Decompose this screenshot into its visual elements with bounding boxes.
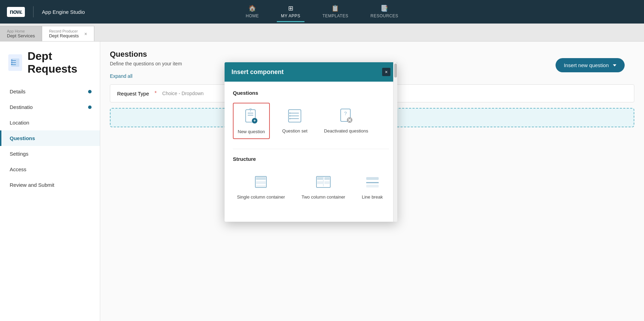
modal-divider [233, 149, 389, 149]
tab-record-producer-content: Record Producer Dept Requests [49, 29, 79, 38]
nav-item-templates[interactable]: 📋 TEMPLATES [318, 2, 352, 22]
page-header-icon [8, 54, 22, 71]
tab-record-producer-small: Record Producer [49, 29, 79, 33]
tab-record-producer[interactable]: Record Producer Dept Requests × [42, 26, 94, 41]
sidebar-item-access-label: Access [10, 166, 26, 172]
modal-section-questions: Questions [233, 90, 389, 96]
resources-icon: 📑 [380, 4, 388, 12]
tab-app-home-content: App Home Dept Services [7, 29, 35, 38]
sidebar-item-review-label: Review and Submit [10, 182, 54, 188]
sidebar-navigation: Details Destinatio Location Questions Se… [0, 81, 100, 195]
modal-item-line-break[interactable]: Line break [358, 169, 387, 204]
svg-rect-31 [324, 177, 330, 180]
modal-overlay: Insert component × Questions [100, 42, 644, 321]
main-layout: Dept Requests Details Destinatio Locatio… [0, 42, 644, 321]
page-title: Dept Requests [28, 50, 92, 75]
tab-close-button[interactable]: × [84, 31, 87, 37]
svg-rect-6 [11, 64, 12, 65]
svg-rect-4 [11, 59, 12, 61]
svg-rect-27 [256, 181, 266, 184]
top-navigation: now. App Engine Studio 🏠 HOME ⊞ MY APPS … [0, 0, 644, 24]
nav-item-my-apps[interactable]: ⊞ MY APPS [277, 2, 304, 22]
sidebar-item-settings-label: Settings [10, 151, 28, 157]
question-set-label: Question set [282, 128, 307, 134]
svg-rect-32 [317, 181, 323, 184]
line-break-icon [363, 173, 381, 191]
two-column-icon [314, 173, 332, 191]
modal-item-new-question[interactable]: + ? New question [233, 103, 270, 139]
sidebar-item-questions-label: Questions [10, 135, 35, 141]
nav-item-resources-label: RESOURCES [370, 13, 398, 18]
tab-bar: App Home Dept Services Record Producer D… [0, 24, 644, 42]
svg-rect-26 [256, 177, 266, 180]
details-dot [88, 90, 92, 93]
grid-icon: ⊞ [288, 4, 294, 12]
modal-close-button[interactable]: × [382, 68, 390, 76]
svg-rect-30 [317, 177, 323, 180]
modal-questions-items: + ? New question [233, 103, 389, 139]
deactivated-questions-label: Deactivated questions [324, 128, 368, 134]
svg-text:?: ? [249, 108, 252, 113]
sidebar-item-destination-label: Destinatio [10, 104, 33, 110]
tab-app-home[interactable]: App Home Dept Services [0, 26, 42, 41]
single-column-label: Single column container [237, 194, 285, 200]
two-column-label: Two column container [302, 194, 345, 200]
modal-scrollbar[interactable] [393, 62, 397, 222]
modal-item-two-column[interactable]: Two column container [297, 169, 349, 204]
sidebar-item-details-label: Details [10, 89, 26, 94]
svg-text:+: + [254, 118, 256, 123]
modal-title: Insert component [231, 68, 284, 76]
svg-rect-2 [12, 62, 16, 63]
nav-divider [33, 6, 34, 17]
page-header: Dept Requests [0, 42, 100, 81]
modal-item-deactivated[interactable]: ? Deactivated questions [320, 103, 372, 139]
sidebar-item-destination[interactable]: Destinatio [0, 99, 100, 115]
tab-record-producer-main: Dept Requests [49, 33, 79, 38]
tab-app-home-small: App Home [7, 29, 35, 33]
svg-rect-28 [256, 185, 266, 187]
svg-point-19 [289, 118, 291, 119]
templates-icon: 📋 [331, 4, 339, 12]
sidebar: Dept Requests Details Destinatio Locatio… [0, 42, 100, 321]
app-title: App Engine Studio [42, 9, 85, 15]
modal-item-single-column[interactable]: Single column container [233, 169, 289, 204]
tab-app-home-main: Dept Services [7, 33, 35, 38]
nav-item-home-label: HOME [246, 13, 259, 18]
sidebar-item-location[interactable]: Location [0, 115, 100, 130]
sidebar-item-questions[interactable]: Questions [0, 130, 100, 146]
sidebar-item-review[interactable]: Review and Submit [0, 177, 100, 193]
now-logo: now. [7, 7, 25, 17]
modal-body: Questions + ? [225, 82, 397, 222]
svg-text:?: ? [344, 111, 347, 116]
new-question-icon: + ? [242, 108, 260, 126]
modal-structure-items: Single column container [233, 169, 389, 204]
deactivated-questions-icon: ? [337, 107, 355, 125]
sidebar-item-access[interactable]: Access [0, 162, 100, 177]
svg-rect-5 [11, 62, 12, 63]
sidebar-item-details[interactable]: Details [0, 84, 100, 99]
new-question-label: New question [238, 129, 265, 134]
nav-item-my-apps-label: MY APPS [281, 13, 300, 18]
content-area: Questions Define the questions on your i… [100, 42, 644, 321]
svg-rect-1 [12, 60, 16, 61]
home-icon: 🏠 [248, 4, 256, 12]
svg-point-18 [289, 115, 291, 117]
single-column-icon [252, 173, 270, 191]
line-break-label: Line break [362, 194, 383, 200]
nav-items: 🏠 HOME ⊞ MY APPS 📋 TEMPLATES 📑 RESOURCES [242, 2, 402, 22]
sidebar-item-settings[interactable]: Settings [0, 146, 100, 162]
logo-area: now. App Engine Studio [7, 6, 85, 17]
nav-item-resources[interactable]: 📑 RESOURCES [366, 2, 402, 22]
question-set-icon [286, 107, 304, 125]
nav-item-home[interactable]: 🏠 HOME [242, 2, 263, 22]
sidebar-item-location-label: Location [10, 120, 29, 126]
svg-rect-35 [366, 177, 379, 180]
svg-rect-37 [366, 185, 379, 187]
modal-header: Insert component × [225, 62, 397, 82]
modal-item-question-set[interactable]: Question set [278, 103, 312, 139]
destination-dot [88, 106, 92, 109]
scrollbar-thumb [394, 64, 397, 77]
nav-item-templates-label: TEMPLATES [322, 13, 348, 18]
modal-section-structure: Structure [233, 156, 389, 162]
svg-point-17 [289, 112, 291, 114]
